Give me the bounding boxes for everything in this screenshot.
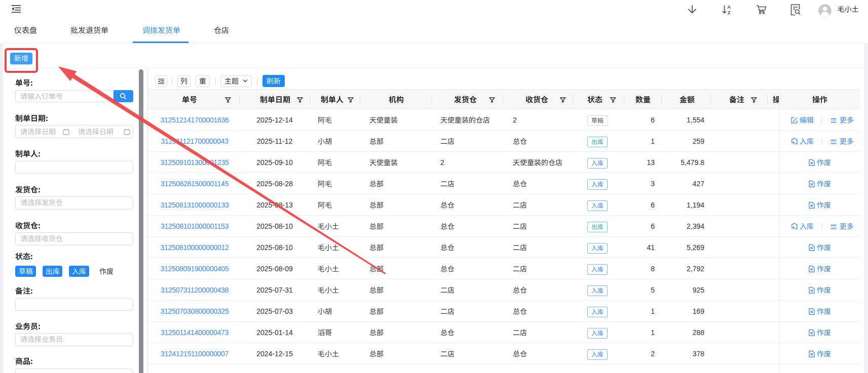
svg-text:Z: Z	[728, 10, 731, 15]
